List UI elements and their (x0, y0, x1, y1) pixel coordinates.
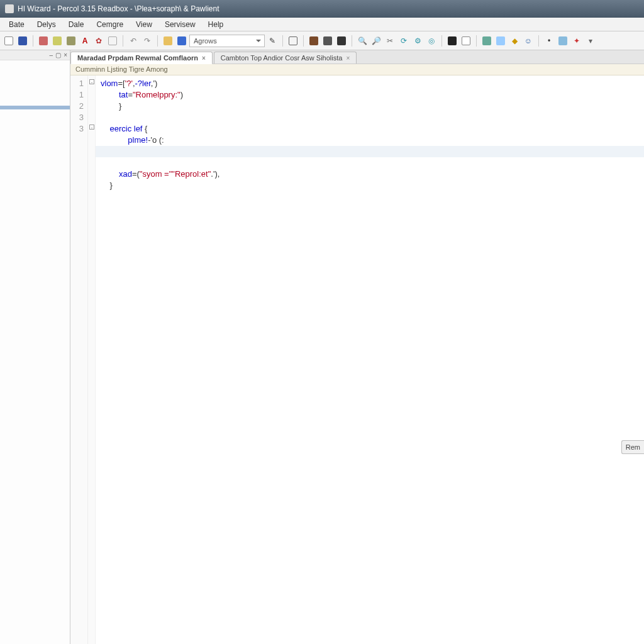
menubar: Bate Delys Dale Cemgre View Servisew Hel… (0, 18, 644, 31)
code-editor[interactable]: 11233 - - vlom=['?',-?ler,') tat="Romelp… (70, 75, 644, 644)
toolbar-sep (282, 35, 283, 47)
tag-icon[interactable]: ◆ (508, 35, 521, 47)
toolbar-sep (303, 35, 304, 47)
caret-up-icon[interactable]: ✿ (92, 35, 105, 47)
toolbar-sep (123, 35, 123, 47)
code-line: eercic lef { (101, 123, 644, 135)
search-icon[interactable]: 🔍 (356, 35, 369, 47)
copy-icon[interactable] (51, 35, 64, 47)
sidebar-min-icon[interactable]: – (50, 52, 53, 58)
doc-icon[interactable] (460, 35, 472, 47)
editor-tab-0[interactable]: Maradad Prpdam Rewmal Comflaorn × (70, 52, 213, 64)
toolbar: A ✿ ↶ ↷ Agrows ✎ 🔍 🔎 ✂ ⟳ ⚙ ◎ ◆ ☺ • ✦ ▾ (0, 31, 644, 50)
editor-tab-label: Maradad Prpdam Rewmal Comflaorn (77, 54, 198, 62)
project-sidebar: – ▢ × (0, 50, 70, 644)
fold-toggle-icon[interactable]: - (89, 125, 94, 130)
line-number: 1 (70, 78, 84, 89)
code-line (101, 112, 644, 123)
stop-icon[interactable] (335, 35, 348, 47)
code-line: plme!-'o (: (101, 135, 644, 146)
sheet-icon[interactable] (494, 35, 507, 47)
close-icon[interactable]: × (202, 55, 206, 62)
app-icon (5, 4, 14, 13)
toolbar-sep (476, 35, 477, 47)
folder-icon[interactable] (162, 35, 174, 47)
window-icon[interactable] (557, 35, 569, 47)
box-icon[interactable] (106, 35, 119, 47)
window-title: HI Wizard - Percol 3.15 Readbox - \Plea+… (18, 4, 219, 13)
line-number: 2 (70, 101, 84, 112)
new-file-icon[interactable] (3, 35, 15, 47)
sidebar-max-icon[interactable]: ▢ (55, 52, 61, 58)
toolbar-sep (157, 35, 158, 47)
toolbar-sep (352, 35, 352, 47)
toolbar-sep (538, 35, 539, 47)
titlebar: HI Wizard - Percol 3.15 Readbox - \Plea+… (0, 0, 644, 18)
user-icon[interactable]: ☺ (522, 35, 535, 47)
config-combo-value: Agrows (194, 37, 217, 45)
code-line: vlom=['?',-?ler,') (101, 78, 644, 89)
line-number: 3 (70, 123, 84, 135)
editor-tabs: Maradad Prpdam Rewmal Comflaorn × Cambto… (70, 50, 644, 64)
redo-icon[interactable]: ↷ (141, 35, 153, 47)
side-panel-label: Rem (626, 443, 640, 451)
config-combo[interactable]: Agrows (189, 35, 265, 47)
breadcrumb-text: Cumminn Ljsting Tigre Among (75, 65, 168, 73)
editor-area: Maradad Prpdam Rewmal Comflaorn × Cambto… (70, 50, 644, 644)
brush-icon[interactable]: ✎ (266, 35, 279, 47)
code-line: } (101, 180, 644, 191)
menu-delys[interactable]: Delys (31, 19, 62, 30)
line-number: 1 (70, 89, 84, 101)
sidebar-close-icon[interactable]: × (64, 52, 67, 58)
chevron-down-icon[interactable]: ▾ (584, 35, 597, 47)
menu-view[interactable]: View (130, 19, 158, 30)
menu-servisew[interactable]: Servisew (158, 19, 202, 30)
code-body[interactable]: vlom=['?',-?ler,') tat="Romelppry:") } e… (96, 75, 644, 644)
search-next-icon[interactable]: 🔎 (370, 35, 382, 47)
fold-toggle-icon[interactable]: - (89, 79, 94, 84)
line-gutter: 11233 (70, 75, 88, 644)
cut-icon[interactable] (37, 35, 50, 47)
side-panel-button[interactable]: Rem (621, 440, 644, 454)
star-icon[interactable]: ✦ (570, 35, 583, 47)
red-a-icon[interactable]: A (79, 35, 91, 47)
sidebar-item-3[interactable] (0, 141, 70, 145)
editor-tab-label: Cambton Top Andior Cosr Asw Siholista (221, 54, 343, 62)
monitor-icon[interactable] (446, 35, 458, 47)
save-icon[interactable] (16, 35, 29, 47)
panel-icon[interactable] (287, 35, 299, 47)
code-line: tat="Romelppry:") (101, 89, 644, 101)
sidebar-header: – ▢ × (0, 50, 70, 60)
gear-icon[interactable]: ⚙ (411, 35, 424, 47)
menu-cemgre[interactable]: Cemgre (90, 19, 130, 30)
undo-icon[interactable]: ↶ (127, 35, 140, 47)
menu-help[interactable]: Help (202, 19, 230, 30)
brown-icon[interactable] (308, 35, 320, 47)
dot-icon[interactable]: • (543, 35, 555, 47)
close-icon[interactable]: × (346, 55, 350, 62)
code-line (101, 157, 644, 169)
menu-dale[interactable]: Dale (62, 19, 91, 30)
breadcrumb[interactable]: Cumminn Ljsting Tigre Among (70, 64, 644, 75)
wrench-icon[interactable]: ✂ (384, 35, 396, 47)
paste-icon[interactable] (65, 35, 77, 47)
blue-box-icon[interactable] (175, 35, 188, 47)
pic-icon[interactable] (480, 35, 493, 47)
refresh-icon[interactable]: ⟳ (397, 35, 410, 47)
editor-tab-1[interactable]: Cambton Top Andior Cosr Asw Siholista × (214, 52, 357, 64)
code-line: } (101, 101, 644, 112)
toolbar-sep (441, 35, 442, 47)
code-line (101, 146, 644, 157)
menu-bate[interactable]: Bate (3, 19, 31, 30)
toolbar-sep (33, 35, 33, 47)
grid-icon[interactable] (321, 35, 334, 47)
fold-column: - - (88, 75, 96, 644)
target-icon[interactable]: ◎ (425, 35, 438, 47)
line-number: 3 (70, 112, 84, 123)
code-line: xad=("syom =""Reprol:et".'), (101, 169, 644, 180)
main-area: – ▢ × Maradad Prpdam Rewmal Comflaorn × … (0, 50, 644, 644)
